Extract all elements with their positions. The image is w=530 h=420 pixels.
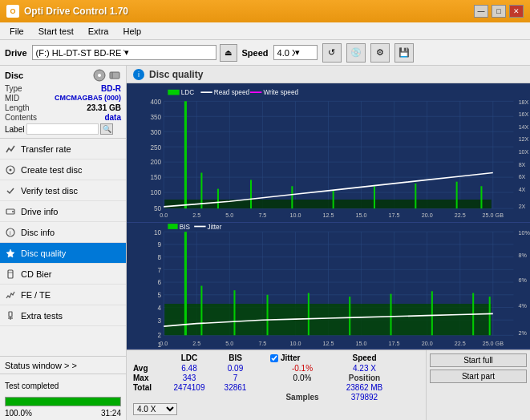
refresh-button[interactable]: ↺: [322, 43, 342, 63]
progress-footer: 100.0% 31:24: [0, 409, 126, 420]
svg-text:10%: 10%: [519, 228, 530, 236]
speed-select-stats[interactable]: 4.0 X 2.0 X 1.0 X: [133, 403, 177, 415]
mid-label: MID: [5, 94, 19, 103]
disc-info-icon: i: [5, 227, 16, 238]
menu-file[interactable]: File: [3, 25, 30, 38]
svg-text:i: i: [10, 230, 11, 236]
svg-text:6: 6: [158, 278, 162, 286]
minimize-button[interactable]: —: [474, 5, 488, 18]
status-bottom: Test completed: [0, 374, 126, 397]
sidebar-item-drive-info[interactable]: Drive info: [0, 201, 126, 222]
disc-button[interactable]: 💿: [346, 43, 366, 63]
svg-rect-74: [480, 186, 482, 208]
disc-panel: Disc Type BD-R MID CMCMAGBA5 (000): [0, 66, 126, 139]
start-full-button[interactable]: Start full: [430, 353, 527, 367]
cd-bier-icon: [5, 269, 16, 280]
sidebar-item-disc-info[interactable]: i Disc info: [0, 222, 126, 243]
svg-text:0.0: 0.0: [160, 212, 168, 219]
fe-te-icon: [5, 289, 16, 301]
jitter-checkbox[interactable]: [270, 354, 278, 362]
svg-rect-136: [431, 291, 433, 335]
max-bis: 7: [213, 374, 257, 382]
start-part-button[interactable]: Start part: [430, 370, 527, 383]
avg-label: Avg: [133, 364, 165, 373]
charts-container: 400 350 300 250 200 150 100 50 18X 16X 1…: [127, 83, 530, 349]
svg-text:12.5: 12.5: [323, 212, 334, 219]
status-window-button[interactable]: Status window > >: [0, 357, 126, 374]
max-ldc: 343: [165, 374, 213, 382]
svg-text:6X: 6X: [519, 173, 526, 180]
cd-bier-label: CD Bier: [21, 269, 52, 279]
mid-value: CMCMAGBA5 (000): [55, 94, 121, 103]
sidebar-item-transfer-rate[interactable]: Transfer rate: [0, 139, 126, 160]
save-button[interactable]: 💾: [394, 43, 414, 63]
label-input[interactable]: [26, 123, 99, 135]
avg-speed: 4.23 X: [334, 364, 394, 373]
sidebar-item-disc-quality[interactable]: Disc quality: [0, 243, 126, 264]
col-ldc-header: LDC: [165, 353, 213, 362]
svg-rect-129: [184, 232, 187, 335]
disc-quality-title: Disc quality: [149, 69, 203, 80]
status-bar: Status window > > Test completed 100.0% …: [0, 356, 126, 420]
length-label: Length: [5, 103, 30, 112]
sidebar: Disc Type BD-R MID CMCMAGBA5 (000): [0, 66, 127, 420]
progress-bar-inner: [6, 398, 120, 406]
svg-text:5.0: 5.0: [225, 339, 233, 346]
speed-arrow: ▾: [295, 47, 314, 58]
svg-text:10X: 10X: [519, 148, 529, 155]
menu-help[interactable]: Help: [116, 25, 148, 38]
svg-marker-10: [6, 249, 14, 257]
verify-test-disc-icon: [5, 185, 16, 196]
fe-te-label: FE / TE: [21, 290, 51, 300]
svg-text:12X: 12X: [519, 135, 529, 143]
svg-rect-131: [233, 290, 235, 335]
sidebar-item-create-test-disc[interactable]: Create test disc: [0, 160, 126, 180]
disc-quality-label: Disc quality: [21, 248, 66, 258]
ldc-chart-svg: 400 350 300 250 200 150 100 50 18X 16X 1…: [127, 83, 530, 222]
sidebar-item-cd-bier[interactable]: CD Bier: [0, 264, 126, 285]
svg-text:7.5: 7.5: [258, 339, 266, 346]
main-area: Disc Type BD-R MID CMCMAGBA5 (000): [0, 66, 530, 420]
close-button[interactable]: ✕: [509, 5, 524, 18]
svg-text:200: 200: [150, 158, 161, 166]
svg-text:15.0: 15.0: [356, 339, 367, 346]
disc-panel-title: Disc: [5, 71, 23, 80]
svg-point-1: [98, 74, 101, 77]
svg-rect-65: [184, 101, 187, 208]
menu-extra[interactable]: Extra: [82, 25, 115, 38]
svg-text:0.0: 0.0: [160, 339, 168, 346]
svg-rect-135: [390, 294, 391, 336]
settings-button[interactable]: ⚙: [370, 43, 390, 63]
col-speed-header: Speed: [334, 353, 394, 362]
svg-text:22.5: 22.5: [455, 212, 466, 219]
max-label: Max: [133, 374, 165, 382]
toolbar: Drive (F:) HL-DT-ST BD-RE WH16NS58 TST4 …: [0, 40, 530, 66]
speed-value: 4.0 X: [277, 48, 296, 58]
sidebar-item-verify-test-disc[interactable]: Verify test disc: [0, 180, 126, 201]
total-label: Total: [133, 383, 165, 392]
svg-rect-70: [333, 191, 334, 208]
label-search-button[interactable]: 🔍: [100, 123, 113, 135]
svg-text:4%: 4%: [519, 301, 528, 309]
speed-label: Speed: [242, 48, 269, 58]
length-value: 23.31 GB: [87, 103, 121, 112]
svg-text:400: 400: [150, 97, 161, 105]
svg-text:Write speed: Write speed: [263, 88, 298, 96]
svg-text:9: 9: [158, 240, 162, 248]
svg-rect-11: [8, 270, 13, 278]
col-bis-header: BIS: [213, 353, 257, 362]
drive-dropdown[interactable]: (F:) HL-DT-ST BD-RE WH16NS58 TST4 ▾: [32, 45, 216, 60]
label-label: Label: [5, 125, 24, 134]
svg-text:4X: 4X: [519, 186, 526, 193]
sidebar-item-extra-tests[interactable]: Extra tests: [0, 305, 126, 326]
title-bar: O Opti Drive Control 1.70 — □ ✕: [0, 0, 530, 22]
menu-start-test[interactable]: Start test: [32, 25, 80, 38]
svg-text:10.0: 10.0: [289, 212, 301, 219]
stats-left-grid: LDC BIS Jitter Speed Avg 6.48 0.09 -0.1%: [127, 350, 426, 420]
eject-button[interactable]: ⏏: [220, 44, 237, 62]
svg-text:16X: 16X: [519, 111, 529, 118]
maximize-button[interactable]: □: [492, 5, 506, 18]
disc-quality-header-icon: i: [133, 69, 144, 80]
speed-dropdown[interactable]: 4.0 X ▾: [273, 45, 318, 60]
sidebar-item-fe-te[interactable]: FE / TE: [0, 285, 126, 305]
